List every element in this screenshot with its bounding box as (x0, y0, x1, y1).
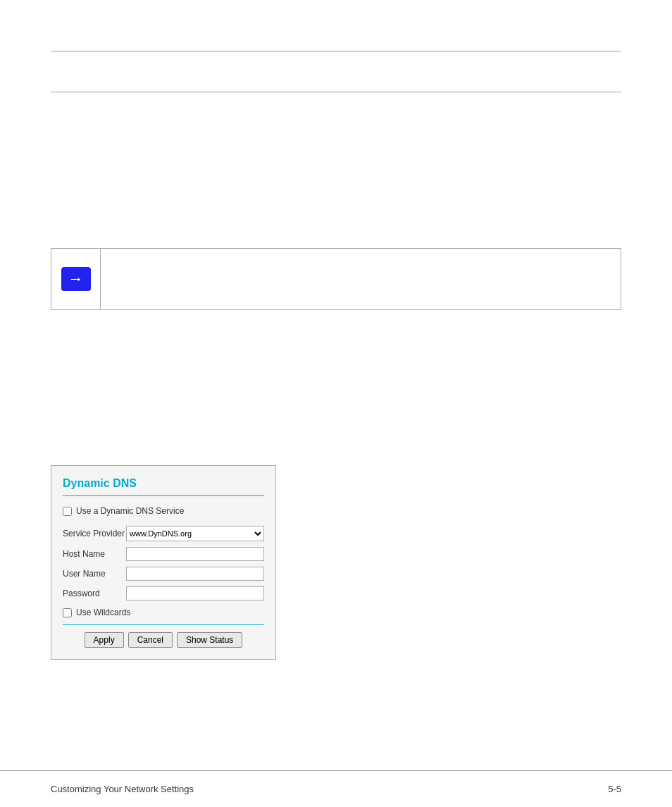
page-footer: Customizing Your Network Settings 5-5 (0, 770, 672, 807)
host-name-row: Host Name (63, 547, 264, 561)
dns-buttons-row: Apply Cancel Show Status (63, 632, 264, 648)
footer-left-text: Customizing Your Network Settings (51, 784, 194, 794)
dns-form-title: Dynamic DNS (63, 477, 264, 490)
user-name-input[interactable] (126, 567, 264, 581)
top-rule-1 (51, 51, 621, 51)
password-label: Password (63, 589, 126, 598)
dns-separator (63, 624, 264, 625)
arrow-right-icon (61, 267, 91, 291)
user-name-label: User Name (63, 569, 126, 579)
note-box-content (101, 249, 621, 309)
apply-button[interactable]: Apply (85, 632, 124, 648)
use-dns-checkbox-row: Use a Dynamic DNS Service (63, 506, 264, 516)
dynamic-dns-form: Dynamic DNS Use a Dynamic DNS Service Se… (51, 465, 276, 660)
top-rule-2 (51, 92, 621, 92)
show-status-button[interactable]: Show Status (177, 632, 242, 648)
footer-right-text: 5-5 (608, 784, 621, 794)
password-input[interactable] (126, 586, 264, 600)
use-wildcards-row: Use Wildcards (63, 608, 264, 617)
service-provider-row: Service Provider www.DynDNS.org (63, 526, 264, 541)
service-provider-select[interactable]: www.DynDNS.org (126, 526, 264, 541)
use-dns-checkbox[interactable] (63, 507, 72, 516)
host-name-label: Host Name (63, 549, 126, 559)
note-box (51, 248, 621, 310)
dns-form-divider (63, 495, 264, 496)
cancel-button[interactable]: Cancel (128, 632, 173, 648)
note-box-icon-area (51, 249, 101, 309)
host-name-input[interactable] (126, 547, 264, 561)
service-provider-label: Service Provider (63, 529, 126, 538)
use-wildcards-label: Use Wildcards (76, 608, 130, 617)
page-container: Dynamic DNS Use a Dynamic DNS Service Se… (0, 0, 672, 807)
user-name-row: User Name (63, 567, 264, 581)
password-row: Password (63, 586, 264, 600)
use-wildcards-checkbox[interactable] (63, 608, 72, 617)
use-dns-label: Use a Dynamic DNS Service (76, 506, 184, 516)
